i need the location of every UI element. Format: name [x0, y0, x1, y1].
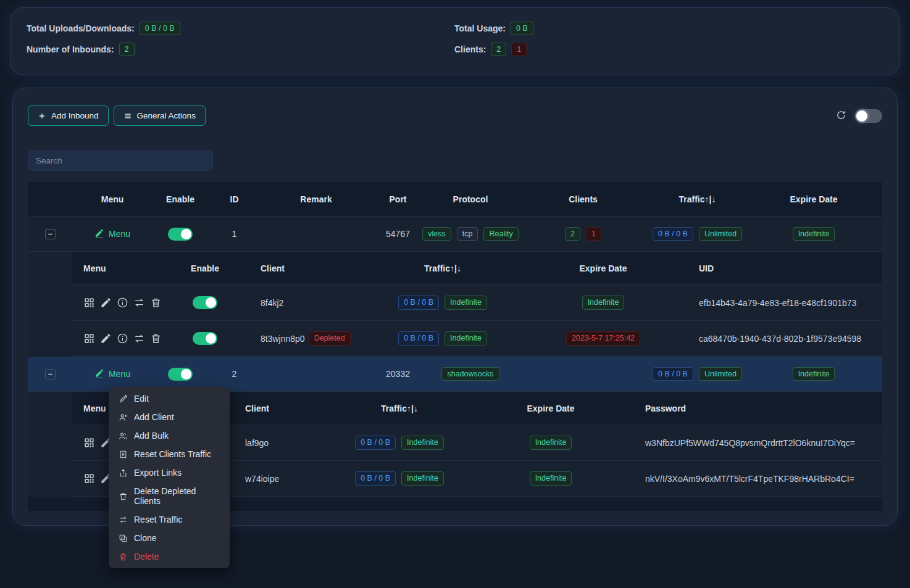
- plus-icon: [38, 112, 46, 120]
- col-header-enable: Enable: [152, 194, 208, 204]
- client-delete-button[interactable]: [150, 333, 162, 344]
- inbound-2-menu-trigger[interactable]: Menu: [72, 369, 152, 379]
- context-menu-item-delete-depleted-clients[interactable]: Delete Depleted Clients: [109, 482, 230, 510]
- traffic-total-tag: Unlimited: [699, 367, 742, 381]
- protocol-tag: vless: [422, 227, 451, 241]
- context-menu-item-clone[interactable]: Clone: [109, 529, 230, 547]
- expire-tag: 2023-5-7 17:25:42: [566, 331, 640, 346]
- inbound-1-menu-trigger[interactable]: Menu: [72, 229, 152, 239]
- stat-uploads-label: Total Uploads/Downloads:: [27, 23, 135, 33]
- col-header-protocol: Protocol: [424, 194, 517, 204]
- expire-tag: Indefinite: [582, 296, 625, 310]
- stat-uploads-value: 0 B / 0 B: [140, 22, 180, 36]
- trash-icon: [150, 297, 162, 308]
- stat-usage-label: Total Usage:: [454, 23, 506, 33]
- collapse-inbound-2-button[interactable]: [45, 369, 56, 379]
- expire-tag: Indefinite: [793, 367, 835, 381]
- expire-tag: Indefinite: [530, 471, 572, 486]
- menu-item-label: Export Links: [134, 468, 182, 478]
- context-menu-item-export-links[interactable]: Export Links: [109, 463, 230, 482]
- client-uid: efb14b43-4a79-4e83-ef18-e48cf1901b73: [693, 298, 882, 308]
- client-enable-toggle[interactable]: [193, 296, 217, 309]
- trash-icon: [150, 333, 162, 344]
- client-expire: Indefinite: [461, 436, 640, 450]
- col-header-traffic-sort[interactable]: Traffic↑|↓: [649, 194, 745, 204]
- protocol-tag: Reality: [483, 227, 518, 241]
- client-reset-traffic-button[interactable]: [133, 333, 145, 344]
- info-circle-icon: [117, 297, 128, 308]
- refresh-button[interactable]: [836, 110, 846, 122]
- client-expire: Indefinite: [461, 471, 640, 486]
- traffic-tag: 0 B / 0 B: [355, 471, 396, 486]
- theme-toggle[interactable]: [855, 109, 882, 123]
- client-qr-button[interactable]: [83, 333, 95, 344]
- col-header-remark: Remark: [261, 194, 372, 204]
- users-icon: [119, 431, 128, 441]
- client-info-button[interactable]: [117, 333, 128, 344]
- inbound-context-menu: Edit Add Client Add Bulk Reset Clients T…: [109, 387, 230, 568]
- inbound-2-port: 20332: [372, 369, 424, 379]
- client-expire: 2023-5-7 17:25:42: [514, 331, 693, 346]
- expire-tag: Indefinite: [793, 227, 835, 241]
- stat-clients-label: Clients:: [454, 44, 486, 54]
- export-icon: [119, 468, 128, 478]
- context-menu-item-add-bulk[interactable]: Add Bulk: [109, 426, 230, 445]
- add-inbound-button[interactable]: Add Inbound: [28, 106, 109, 126]
- document-reset-icon: [119, 450, 128, 459]
- context-menu-item-add-client[interactable]: Add Client: [109, 408, 230, 426]
- traffic-tag: 0 B / 0 B: [653, 227, 693, 241]
- toolbar: Add Inbound General Actions: [28, 106, 882, 126]
- general-actions-button[interactable]: General Actions: [114, 106, 206, 126]
- stat-usage-value: 0 B: [511, 22, 533, 36]
- inbound-2-enable-toggle[interactable]: [168, 368, 193, 381]
- inbound-1-traffic: 0 B / 0 B Unlimited: [649, 227, 745, 241]
- inbound-1-id: 1: [208, 229, 261, 239]
- traffic-tag: 0 B / 0 B: [398, 296, 439, 310]
- clients-depleted-tag: 1: [586, 227, 601, 241]
- context-menu-item-delete[interactable]: Delete: [109, 547, 230, 566]
- stat-total-usage: Total Usage: 0 B: [454, 22, 883, 36]
- menu-lines-icon: [123, 112, 132, 120]
- menu-item-label: Add Client: [134, 412, 174, 422]
- copy-icon: [119, 534, 128, 543]
- qr-code-icon: [83, 333, 95, 344]
- client-table-header: Menu Enable Client Traffic↑|↓ Expire Dat…: [72, 252, 882, 285]
- client-info-button[interactable]: [117, 297, 128, 308]
- inbound-1-enable-toggle[interactable]: [168, 228, 193, 241]
- trash-icon: [119, 492, 128, 501]
- client-qr-button[interactable]: [83, 437, 95, 449]
- toggle-knob: [181, 369, 191, 379]
- client-edit-button[interactable]: [100, 333, 112, 344]
- col-header-enable: Enable: [171, 263, 239, 273]
- client-expire: Indefinite: [514, 296, 693, 310]
- col-header-menu: Menu: [72, 263, 171, 273]
- client-qr-button[interactable]: [83, 473, 95, 484]
- repeat-arrows-icon: [133, 297, 145, 308]
- context-menu-item-edit[interactable]: Edit: [109, 389, 230, 408]
- context-menu-item-reset-clients-traffic[interactable]: Reset Clients Traffic: [109, 445, 230, 463]
- protocol-tag: shadowsocks: [441, 367, 499, 381]
- context-menu-item-reset-traffic[interactable]: Reset Traffic: [109, 510, 230, 529]
- inbound-table-header: Menu Enable ID Remark Port Protocol Clie…: [28, 182, 882, 217]
- col-header-traffic-sort[interactable]: Traffic↑|↓: [372, 263, 514, 273]
- client-traffic: 0 B / 0 B Indefinite: [338, 436, 461, 450]
- pencil-icon: [119, 394, 128, 404]
- col-header-traffic-sort[interactable]: Traffic↑|↓: [338, 404, 461, 413]
- client-name: w74ioipe: [233, 474, 338, 484]
- inbound-row-1: Menu 1 54767 vless tcp Reality 2 1 0 B /…: [28, 217, 882, 252]
- inbound-1-clients-table: Menu Enable Client Traffic↑|↓ Expire Dat…: [72, 252, 882, 357]
- refresh-icon: [836, 110, 846, 120]
- edit-pencil-icon: [94, 369, 104, 379]
- client-reset-traffic-button[interactable]: [133, 297, 145, 308]
- client-traffic: 0 B / 0 B Indefinite: [338, 471, 461, 486]
- stat-clients-depleted-value: 1: [511, 43, 527, 57]
- client-enable-toggle[interactable]: [193, 332, 217, 345]
- client-qr-button[interactable]: [83, 297, 95, 308]
- inbound-1-menu-label: Menu: [109, 229, 130, 239]
- user-add-icon: [119, 413, 128, 422]
- client-delete-button[interactable]: [150, 297, 162, 308]
- stat-clients: Clients: 2 1: [454, 43, 883, 57]
- collapse-inbound-1-button[interactable]: [45, 229, 56, 239]
- client-edit-button[interactable]: [100, 297, 112, 308]
- search-input[interactable]: [28, 151, 213, 171]
